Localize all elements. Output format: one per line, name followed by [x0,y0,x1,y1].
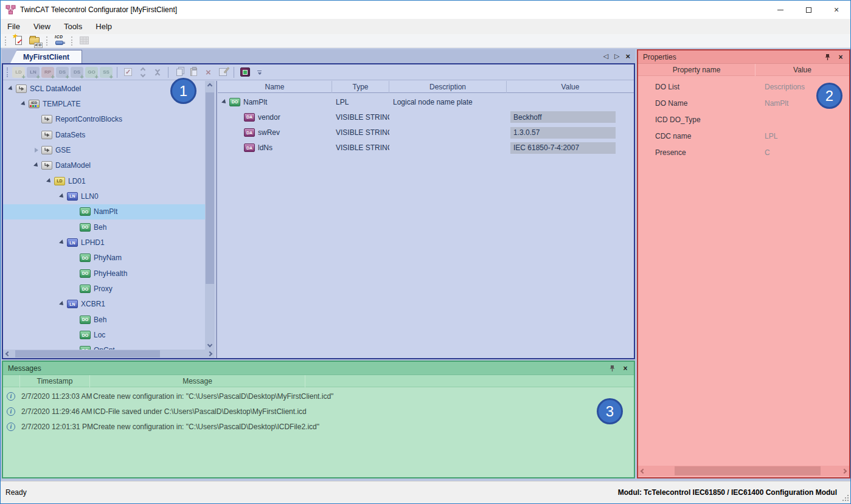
tree-item-gse[interactable]: GSE [3,142,205,157]
minimize-button[interactable] [766,1,794,19]
check-item-button[interactable]: ✓ [122,66,134,78]
add-goose-button[interactable]: GO+ [85,67,98,78]
tree-expander-icon[interactable] [58,302,66,306]
properties-hscrollbar[interactable] [638,466,849,476]
color-view-button[interactable] [238,66,251,78]
tree-item-beh[interactable]: DOBeh [3,219,205,235]
delete-button[interactable]: × [202,66,215,78]
tree-expander-icon[interactable] [58,195,66,198]
toolbar-grip[interactable] [7,67,9,77]
add-logical-node-button[interactable]: LN+ [27,67,40,78]
tree-item-phynam[interactable]: DOPhyNam [3,250,205,266]
messages-header-message[interactable]: Message [90,375,305,387]
grid-value-input[interactable]: Beckhoff [510,111,616,123]
grid-header-type[interactable]: Type [332,81,389,93]
message-row[interactable]: i2/7/2020 11:23:03 AMCreate new configur… [3,388,634,404]
close-icon[interactable]: × [836,52,846,62]
tree-hscrollbar[interactable] [3,350,215,358]
property-row[interactable]: ICD DO_Type [638,111,849,128]
grid-view-button[interactable] [78,35,91,47]
toolbar-grip[interactable] [5,36,7,46]
resize-grip-icon[interactable] [841,494,849,501]
add-report-control-button[interactable]: RP+ [41,67,54,78]
tree-item-xcbr1[interactable]: LNXCBR1 [3,297,205,312]
scroll-down-icon[interactable] [205,341,215,348]
properties-panel: Properties × Property name Value DO List… [637,49,850,478]
menu-help[interactable]: Help [89,19,119,34]
tree-expander-icon[interactable] [58,241,66,244]
edit-button[interactable] [217,66,229,78]
toolbar-options-button[interactable] [253,66,266,78]
grid-header-value[interactable]: Value [507,81,634,93]
tree-item-label: PhyHealth [94,269,127,278]
properties-hscroll-thumb[interactable] [675,466,821,475]
add-setting-group-button[interactable]: SS+ [100,67,113,78]
tree-vscrollbar[interactable] [205,81,215,350]
tree-expander-icon[interactable] [32,148,41,153]
menu-tools[interactable]: Tools [57,19,89,34]
tab-scroll-left-icon[interactable]: ◁ [603,52,608,60]
tab-scroll-right-icon[interactable]: ▷ [614,52,619,60]
property-row[interactable]: PresenceC [638,144,849,161]
tree-item-reportcontrolblocks[interactable]: ReportControlBlocks [3,112,205,127]
copy-button[interactable] [173,66,186,78]
grid-header-description[interactable]: Description [389,81,507,93]
message-row[interactable]: i2/7/2020 11:29:46 AMICD-File saved unde… [3,404,634,419]
maximize-button[interactable] [794,1,822,19]
tree-expander-icon[interactable] [19,102,28,106]
properties-header-name[interactable]: Property name [638,64,755,76]
message-row[interactable]: i2/7/2020 12:01:31 PMCreate new configur… [3,419,634,434]
add-logical-device-button[interactable]: LD+ [12,67,25,78]
tree-expander-icon[interactable] [45,179,54,183]
open-icd-file-button[interactable]: ICD [28,35,41,47]
tree-item-phyhealth[interactable]: DOPhyHealth [3,266,205,281]
tree-item-proxy[interactable]: DOProxy [3,281,205,297]
scroll-up-icon[interactable] [205,82,215,89]
move-item-button[interactable] [136,66,149,78]
tree-item-opcnt[interactable]: DOOpCnt [3,343,205,350]
pin-icon[interactable] [607,364,617,373]
add-dataset-entry-button[interactable]: DS+ [71,67,83,78]
property-row[interactable]: CDC nameLPL [638,128,849,144]
paste-button[interactable] [187,66,200,78]
table-row-ldns[interactable]: DAldNsVISIBLE STRING:IEC 61850-7-4:2007 [218,140,634,156]
tree-item-beh[interactable]: DOBeh [3,312,205,327]
tree-item-lln0[interactable]: LNLLN0 [3,188,205,204]
properties-header-value[interactable]: Value [755,64,849,76]
table-row-namplt[interactable]: DONamPltLPLLogical node name plate [218,94,634,109]
add-dataset-button[interactable]: DS+ [56,67,69,78]
tab-myfirstclient[interactable]: MyFirstClient [16,50,82,63]
tree-expander-icon[interactable] [32,164,41,167]
tree-expander-icon[interactable] [7,87,15,91]
close-icon[interactable]: × [620,364,630,373]
grid-value-input[interactable]: IEC 61850-7-4:2007 [510,142,616,154]
tree-grid-splitter[interactable] [216,81,217,358]
grid-cell-name: DAldNs [218,140,332,156]
table-row-vendor[interactable]: DAvendorVISIBLE STRING:Beckhoff [218,109,634,125]
messages-header-timestamp[interactable]: Timestamp [20,375,90,387]
menu-view[interactable]: View [27,19,57,34]
collapse-all-button[interactable] [151,66,164,78]
export-icd-button[interactable]: ICD [53,35,66,47]
scroll-left-icon[interactable] [4,350,12,358]
messages-icon-column[interactable] [3,375,20,387]
tree-item-lphd1[interactable]: LNLPHD1 [3,235,205,250]
tree-vscroll-thumb[interactable] [206,92,214,284]
scroll-left-icon[interactable] [639,466,647,476]
grid-header-name[interactable]: Name [218,81,332,93]
tab-close-icon[interactable]: × [625,52,630,61]
scroll-right-icon[interactable] [841,466,848,476]
tree-item-datamodel[interactable]: DataModel [3,158,205,173]
table-row-swrev[interactable]: DAswRevVISIBLE STRING:1.3.0.57 [218,125,634,140]
tree-item-ld01[interactable]: LDLD01 [3,173,205,188]
tree-item-namplt[interactable]: DONamPlt [3,204,205,219]
scroll-right-icon[interactable] [206,350,214,358]
grid-expander-icon[interactable] [220,100,229,104]
close-button[interactable]: × [822,1,850,19]
tree-item-datasets[interactable]: DataSets [3,127,205,142]
tree-item-loc[interactable]: DOLoc [3,328,205,343]
new-configuration-button[interactable]: ✓ ★ [12,35,25,47]
tree-hscroll-thumb[interactable] [15,350,160,357]
pin-icon[interactable] [822,52,832,62]
grid-value-input[interactable]: 1.3.0.57 [510,127,616,139]
